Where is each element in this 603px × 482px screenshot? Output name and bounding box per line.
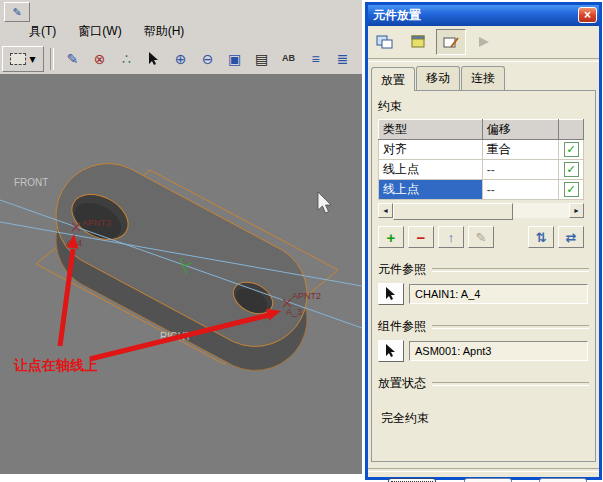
constraint-table-hscrollbar[interactable]: ◄ ► [378,203,584,218]
placement-status-value: 完全约束 [381,410,589,427]
component-placement-dialog: 元件放置 × [365,2,602,480]
dialog-footer: 确定 预览 取消 [368,473,599,482]
ok-button[interactable]: 确定 [388,478,436,482]
app-toolbar-area: ✎ 具(T) 窗口(W) 帮助(H) ▾ ✎ ⊗ ∴ ⊕ ⊖ ▣ ▤ [0,0,362,75]
annotation-icon: AB [282,54,295,63]
constraint-offset-cell[interactable]: -- [482,180,558,200]
check-icon: ✓ [566,183,575,195]
swap-horizontal-icon: ⇄ [566,231,577,244]
menu-item-window[interactable]: 窗口(W) [75,22,124,41]
tab-place[interactable]: 放置 [371,67,415,91]
selection-filter-button[interactable]: ▾ [2,46,44,72]
connections-button[interactable] [469,29,499,55]
minus-icon: − [417,230,426,245]
zoom-in-button[interactable]: ⊕ [168,47,193,71]
apnt3-label: APNT3 [82,218,111,228]
constraint-table: 类型 偏移 对齐 重合 ✓ 线上点 -- ✓ [378,119,584,200]
show-assembly-window-button[interactable] [403,29,433,55]
column-header-type[interactable]: 类型 [379,120,483,140]
connections-icon [475,34,493,50]
pencil-icon: ✎ [12,6,21,19]
points-icon: ∴ [122,52,131,66]
tab-move[interactable]: 移动 [416,66,460,90]
show-separate-window-button[interactable] [370,29,400,55]
section-divider [432,325,589,329]
layers-icon: ≡ [311,52,319,66]
flip-constraint-button[interactable]: ⇅ [528,226,554,248]
convert-constraint-button[interactable]: ⇄ [558,226,584,248]
add-constraint-button[interactable]: + [378,226,404,248]
constraint-offset-cell[interactable]: -- [482,160,558,180]
assembly-ref-field[interactable]: ASM001: Apnt3 [409,341,588,361]
constraint-type-cell[interactable]: 线上点 [379,160,483,180]
constraint-row[interactable]: 线上点 -- ✓ [379,160,584,180]
dialog-title: 元件放置 [373,7,421,24]
constraint-row-selected[interactable]: 线上点 -- ✓ [379,180,584,200]
dialog-titlebar[interactable]: 元件放置 × [368,5,599,26]
constraint-type-cell[interactable]: 线上点 [379,180,483,200]
select-tool-button[interactable] [141,47,166,71]
footer-separator [368,468,599,472]
layers-button[interactable]: ≡ [303,47,328,71]
constraint-actions: + − ↑ ✎ ⇅ ⇄ [378,226,584,248]
assembly-ref-label: 组件参照 [378,318,426,335]
component-ref-label: 元件参照 [378,261,426,278]
menu-item-help[interactable]: 帮助(H) [141,22,188,41]
component-ref-select-button[interactable] [378,283,404,305]
check-icon: ✓ [566,143,575,155]
graphics-viewport[interactable]: FRONT RIGHT APNT3 A_4 APNT2 A_3 让点在轴线上 [0,74,362,474]
component-ref-row: CHAIN1: A_4 [378,283,588,305]
scrollbar-track[interactable] [513,203,569,218]
constraint-enable-checkbox[interactable]: ✓ [564,182,579,197]
tab-connect[interactable]: 连接 [461,66,505,90]
cancel-button[interactable]: 取消 [539,478,587,482]
scrollbar-thumb[interactable] [393,203,513,220]
constraint-type-cell[interactable]: 对齐 [379,140,483,160]
placement-status-section: 放置状态 [378,375,589,392]
move-up-constraint-button[interactable]: ↑ [438,226,464,248]
component-ref-section: 元件参照 [378,261,589,278]
column-header-offset[interactable]: 偏移 [482,120,558,140]
edit-placement-icon [442,34,460,50]
assembly-ref-select-button[interactable] [378,340,404,362]
pencil-icon: ✎ [476,231,487,244]
separate-window-icon [376,34,394,50]
swap-vertical-icon: ⇅ [536,231,547,244]
close-button[interactable]: × [578,7,597,23]
assembly-window-icon [409,34,427,50]
constraint-enable-checkbox[interactable]: ✓ [564,142,579,157]
close-icon: × [584,9,591,21]
annotation-button[interactable]: AB [276,47,301,71]
scroll-right-button[interactable]: ► [569,203,584,218]
pointer-icon [385,344,397,358]
zoom-fit-button[interactable]: ▣ [222,47,247,71]
component-ref-field[interactable]: CHAIN1: A_4 [409,284,588,304]
front-datum-label: FRONT [14,177,48,188]
zoom-out-button[interactable]: ⊖ [195,47,220,71]
point-display-button[interactable]: ∴ [114,47,139,71]
constraint-enable-checkbox[interactable]: ✓ [564,162,579,177]
dialog-tabs: 放置 移动 连接 [368,63,599,90]
remove-constraint-button[interactable]: − [408,226,434,248]
scroll-left-button[interactable]: ◄ [378,203,393,218]
toolbar-separator-line [368,58,599,62]
menu-item-tools[interactable]: 具(T) [26,22,59,41]
sketch-icon: ✎ [67,52,79,66]
dialog-toolbar [368,26,599,57]
view-manager-button[interactable]: ≣ [330,47,355,71]
edit-constraint-button[interactable]: ✎ [468,226,494,248]
preview-button[interactable]: 预览 [464,478,512,482]
viewport-canvas: FRONT RIGHT APNT3 A_4 APNT2 A_3 让点在轴线上 [0,74,362,474]
up-arrow-icon: ↑ [448,231,455,244]
constraint-offset-cell[interactable]: 重合 [482,140,558,160]
chevron-down-icon: ▾ [29,52,35,66]
zoom-fit-icon: ▣ [228,52,241,66]
sketch-button[interactable]: ✎ [60,47,85,71]
sketcher-mini-button[interactable]: ✎ [4,2,30,22]
datum-point-button[interactable]: ⊗ [87,47,112,71]
zoom-in-icon: ⊕ [175,52,187,66]
place-tab-panel: 约束 类型 偏移 对齐 重合 ✓ 线上点 [371,90,596,462]
constraint-row[interactable]: 对齐 重合 ✓ [379,140,584,160]
edit-placement-button[interactable] [436,29,466,55]
repaint-button[interactable]: ▤ [249,47,274,71]
